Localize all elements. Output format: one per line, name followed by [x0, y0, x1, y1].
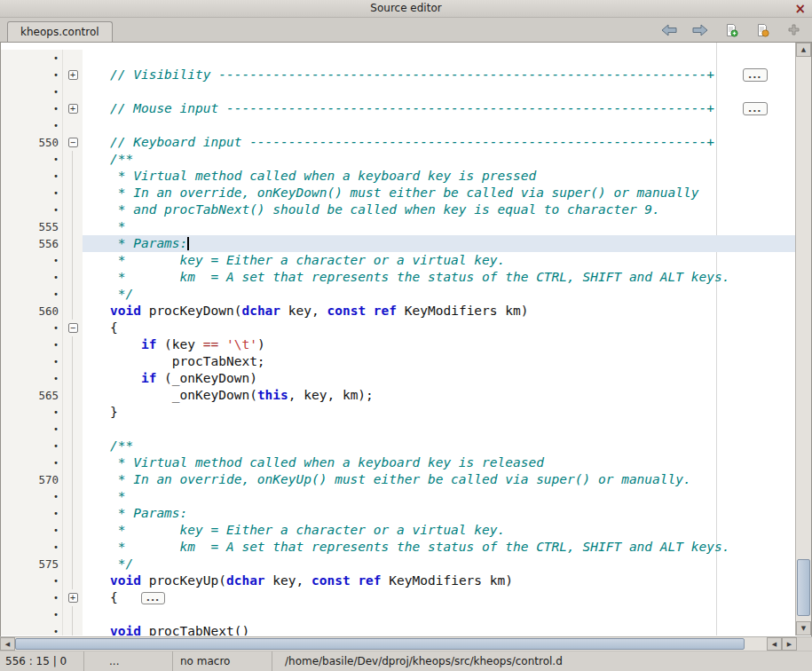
line-dot[interactable]: •: [1, 201, 63, 218]
line-dot[interactable]: •: [1, 320, 63, 336]
code-line[interactable]: 555 *: [1, 218, 795, 235]
code-line[interactable]: • * Virtual method called when a keyboar…: [1, 168, 795, 185]
horizontal-scrollbar[interactable]: ◀ ◀ ▶: [0, 636, 812, 651]
code-line[interactable]: •+{...: [1, 589, 795, 606]
code-line[interactable]: •: [1, 606, 795, 623]
line-dot[interactable]: •: [1, 286, 63, 303]
line-dot[interactable]: •: [1, 404, 63, 421]
code-line[interactable]: • * In an override, onKeyDown() must eit…: [1, 185, 795, 201]
code-line[interactable]: • * km = A set that represents the statu…: [1, 539, 795, 556]
line-dot[interactable]: •: [1, 83, 63, 100]
line-dot[interactable]: •: [1, 185, 63, 201]
next-location-button[interactable]: [690, 20, 710, 40]
code-line[interactable]: •void procKeyUp(dchar key, const ref Key…: [1, 572, 795, 589]
titlebar[interactable]: Source editor ×: [0, 0, 812, 18]
line-dot[interactable]: •: [1, 168, 63, 185]
line-dot[interactable]: •: [1, 421, 63, 438]
detach-button[interactable]: [784, 20, 803, 40]
close-button[interactable]: ×: [794, 1, 806, 17]
line-dot[interactable]: •: [1, 522, 63, 539]
code-line[interactable]: • * Params:: [1, 505, 795, 522]
tab-kheops-control[interactable]: kheops.control: [7, 21, 113, 42]
code-line[interactable]: • */: [1, 286, 795, 303]
line-dot[interactable]: •: [1, 370, 63, 387]
code-line[interactable]: 570 * In an override, onKeyUp() must eit…: [1, 471, 795, 488]
line-dot[interactable]: •: [1, 606, 63, 623]
line-number[interactable]: 556: [1, 235, 63, 252]
line-dot[interactable]: •: [1, 50, 63, 67]
code-line[interactable]: •: [1, 117, 795, 134]
line-number[interactable]: 555: [1, 218, 63, 235]
code-line[interactable]: • procTabNext;: [1, 353, 795, 370]
code-line[interactable]: 565 _onKeyDown(this, key, km);: [1, 387, 795, 404]
line-dot[interactable]: •: [1, 505, 63, 522]
code-line[interactable]: • * Virtual method called when a keyboar…: [1, 454, 795, 471]
line-dot[interactable]: •: [1, 100, 63, 117]
collapsed-fold-box[interactable]: ...: [141, 592, 166, 604]
code-line[interactable]: •/**: [1, 438, 795, 454]
vertical-scrollbar-thumb[interactable]: [797, 559, 810, 616]
code-line[interactable]: •/**: [1, 151, 795, 168]
vertical-scrollbar[interactable]: ▲ ▼: [795, 43, 811, 635]
fold-expand-icon[interactable]: +: [68, 70, 78, 80]
fold-margin[interactable]: +: [63, 67, 83, 83]
code-line[interactable]: • * key = Either a character or a virtua…: [1, 522, 795, 539]
code-line[interactable]: •: [1, 421, 795, 438]
line-dot[interactable]: •: [1, 269, 63, 286]
code-line[interactable]: •void procTabNext(): [1, 623, 795, 635]
line-number[interactable]: 570: [1, 471, 63, 488]
line-dot[interactable]: •: [1, 572, 63, 589]
document-green-badge-button[interactable]: [721, 20, 741, 40]
line-dot[interactable]: •: [1, 454, 63, 471]
fold-collapse-icon[interactable]: −: [68, 138, 78, 147]
fold-margin[interactable]: +: [63, 589, 83, 606]
code-line[interactable]: • * key = Either a character or a virtua…: [1, 252, 795, 269]
code-line[interactable]: 575 */: [1, 556, 795, 572]
code-line[interactable]: •−{: [1, 320, 795, 336]
fold-margin[interactable]: −: [63, 320, 83, 336]
scroll-down-button[interactable]: ▼: [796, 621, 811, 635]
code-line[interactable]: 560void procKeyDown(dchar key, const ref…: [1, 303, 795, 320]
scroll-left-button[interactable]: ◀: [0, 637, 15, 651]
code-line[interactable]: 550−// Keyboard input ------------------…: [1, 134, 795, 151]
horizontal-scrollbar-track[interactable]: [15, 637, 767, 651]
line-dot[interactable]: •: [1, 151, 63, 168]
code-line[interactable]: • * km = A set that represents the statu…: [1, 269, 795, 286]
code-line[interactable]: •+// Visibility ------------------------…: [1, 67, 795, 83]
line-dot[interactable]: •: [1, 539, 63, 556]
scroll-right-button[interactable]: ▶: [782, 637, 797, 651]
line-dot[interactable]: •: [1, 623, 63, 635]
vertical-scrollbar-track[interactable]: [796, 57, 811, 621]
code-line[interactable]: • if (_onKeyDown): [1, 370, 795, 387]
scroll-up-button[interactable]: ▲: [796, 43, 811, 57]
document-orange-badge-button[interactable]: [753, 20, 772, 40]
collapsed-fold-box[interactable]: ...: [743, 102, 768, 115]
line-number[interactable]: 565: [1, 387, 63, 404]
line-dot[interactable]: •: [1, 488, 63, 505]
code-line[interactable]: •+// Mouse input -----------------------…: [1, 100, 795, 117]
line-dot[interactable]: •: [1, 252, 63, 269]
code-line[interactable]: 556 * Params:: [1, 235, 795, 252]
fold-expand-icon[interactable]: +: [68, 104, 78, 114]
line-number[interactable]: 550: [1, 134, 63, 151]
code-line[interactable]: •: [1, 50, 795, 67]
line-dot[interactable]: •: [1, 438, 63, 454]
line-number[interactable]: 560: [1, 303, 63, 320]
line-number[interactable]: 575: [1, 556, 63, 572]
code-line[interactable]: • if (key == '\t'): [1, 336, 795, 353]
line-dot[interactable]: •: [1, 67, 63, 83]
collapsed-fold-box[interactable]: ...: [743, 68, 768, 82]
code-area[interactable]: ••+// Visibility -----------------------…: [1, 43, 795, 635]
line-dot[interactable]: •: [1, 117, 63, 134]
code-line[interactable]: •: [1, 83, 795, 100]
previous-location-button[interactable]: [659, 20, 679, 40]
code-line[interactable]: •}: [1, 404, 795, 421]
code-line[interactable]: • * and procTabNext() should be called w…: [1, 201, 795, 218]
fold-margin[interactable]: +: [63, 100, 83, 117]
scroll-left-button-secondary[interactable]: ◀: [767, 637, 782, 651]
horizontal-scrollbar-thumb[interactable]: [15, 638, 745, 650]
code-line[interactable]: • *: [1, 488, 795, 505]
fold-collapse-icon[interactable]: −: [68, 323, 78, 333]
line-dot[interactable]: •: [1, 336, 63, 353]
fold-margin[interactable]: −: [63, 134, 83, 151]
